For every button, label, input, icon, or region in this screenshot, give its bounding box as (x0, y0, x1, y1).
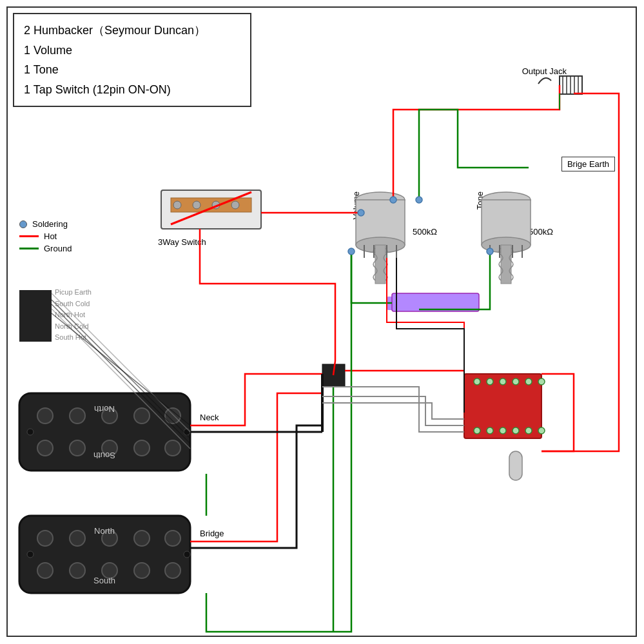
cap-label: 223(0.023μF) (387, 297, 448, 310)
ground-line-icon (19, 248, 39, 249)
tone-label: Tone (475, 191, 485, 210)
main-canvas: 2 Humbacker（Seymour Duncan） 1 Volume 1 T… (0, 0, 644, 644)
soldering-label: Soldering (32, 219, 68, 229)
info-line4: 1 Tap Switch (12pin ON-ON) (24, 80, 240, 100)
info-line1: 2 Humbacker（Seymour Duncan） (24, 21, 240, 41)
volume-label: Volume (351, 191, 361, 219)
soldering-icon (19, 220, 27, 228)
hot-label: Hot (44, 231, 57, 241)
south-hot-label: South Hot (55, 332, 92, 344)
info-box: 2 Humbacker（Seymour Duncan） 1 Volume 1 T… (13, 13, 251, 107)
bridge-label: Bridge (200, 529, 224, 538)
switch-label: 3Way Switch (158, 237, 206, 247)
legend: Soldering Hot Ground (19, 219, 72, 256)
pickup-earth-label: Picup Earth (55, 287, 92, 298)
info-line3: 1 Tone (24, 60, 240, 80)
north-hot-label: North Hot (55, 309, 92, 321)
wire-connector (19, 290, 52, 342)
south-cold-label: South Cold (55, 298, 92, 310)
output-jack-label: Output Jack (522, 66, 567, 76)
bridge-earth-label: Brige Earth (561, 157, 615, 171)
hot-line-icon (19, 235, 39, 237)
north-cold-label: North Cold (55, 321, 92, 333)
ground-label: Ground (44, 244, 72, 253)
info-line2: 1 Volume (24, 41, 240, 61)
neck-label: Neck (200, 413, 219, 422)
pot1-label: 500kΩ (413, 227, 437, 237)
pot2-label: 500kΩ (529, 227, 553, 237)
wire-labels: Picup Earth South Cold North Hot North C… (55, 287, 92, 344)
